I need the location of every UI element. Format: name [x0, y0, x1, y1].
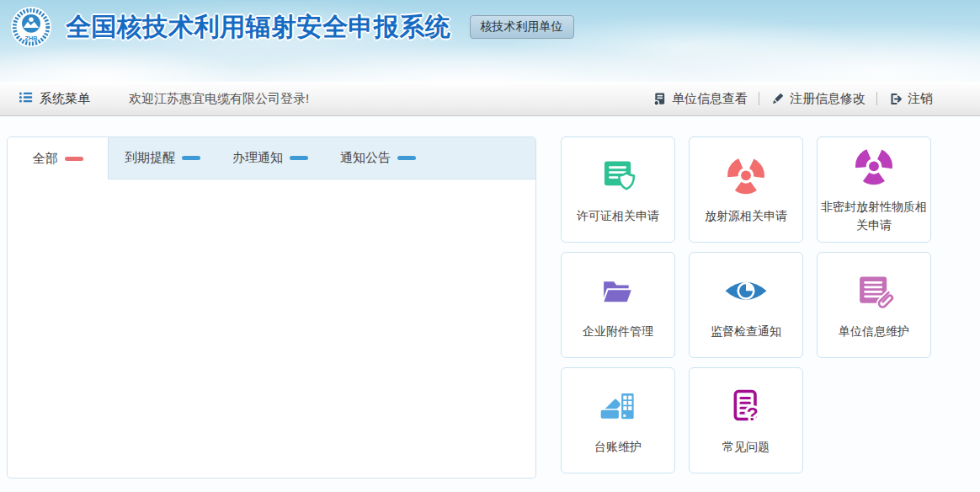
sky-header: ZHB 全国核技术利用辐射安全申报系统 核技术利用单位	[0, 0, 980, 82]
card-label: 单位信息维护	[839, 323, 909, 341]
tab-notice-announcement[interactable]: 通知公告	[324, 137, 432, 179]
environment-logo-icon: ZHB	[10, 6, 52, 48]
page-title: 全国核技术利用辐射安全申报系统	[66, 10, 451, 45]
card-ledger-maintenance[interactable]: 台账维护	[561, 367, 675, 473]
unit-info-icon	[652, 92, 667, 106]
ledger-icon	[595, 385, 641, 430]
svg-text:?: ?	[747, 403, 759, 425]
card-label: 常见问题	[722, 438, 770, 457]
card-label: 许可证相关申请	[577, 207, 659, 226]
role-badge: 核技术利用单位	[470, 15, 574, 39]
menu-link-label: 单位信息查看	[672, 91, 748, 107]
menu-link-register-info-edit[interactable]: 注册信息修改	[770, 91, 865, 107]
menu-link-logout[interactable]: 注销	[888, 91, 933, 107]
card-label: 非密封放射性物质相关申请	[820, 198, 928, 234]
menu-divider	[759, 92, 759, 105]
logo-text: ZHB	[25, 35, 38, 42]
menu-bar: 系统菜单 欢迎江苏惠宜电缆有限公司登录! 单位信息查看 注册信息修改 注销	[0, 82, 980, 116]
menu-link-label: 注册信息修改	[790, 91, 865, 107]
system-menu-button[interactable]: 系统菜单	[19, 90, 90, 107]
card-label: 台账维护	[594, 438, 642, 457]
menu-link-label: 注销	[908, 91, 933, 107]
menu-link-unit-info-view[interactable]: 单位信息查看	[652, 91, 748, 107]
tab-dash	[65, 157, 83, 161]
card-license-apply[interactable]: 许可证相关申请	[561, 136, 675, 243]
page: ZHB 全国核技术利用辐射安全申报系统 核技术利用单位 系统菜单 欢迎江苏惠宜电…	[0, 0, 980, 492]
doc-paperclip-icon	[851, 270, 897, 315]
card-unit-info-maintenance[interactable]: 单位信息维护	[817, 252, 931, 358]
card-label: 监督检查通知	[711, 323, 781, 341]
menu-links: 单位信息查看 注册信息修改 注销	[652, 91, 933, 107]
license-shield-icon	[595, 154, 641, 200]
edit-icon	[770, 92, 785, 106]
card-label: 企业附件管理	[583, 323, 653, 341]
tab-bar: 全部到期提醒办理通知通知公告	[8, 137, 535, 179]
eye-icon	[723, 270, 769, 315]
tab-dash	[182, 156, 200, 160]
card-label: 放射源相关申请	[705, 207, 787, 226]
welcome-text: 欢迎江苏惠宜电缆有限公司登录!	[129, 91, 309, 107]
card-unsealed-radioactive-material-apply[interactable]: 非密封放射性物质相关申请	[817, 136, 931, 243]
card-faq[interactable]: ? ?常见问题	[689, 367, 803, 473]
tab-dash	[397, 156, 416, 160]
card-radioactive-source-apply[interactable]: 放射源相关申请	[689, 136, 803, 243]
card-supervision-inspection-notice[interactable]: 监督检查通知	[689, 252, 803, 358]
radiation-icon	[851, 145, 897, 190]
tab-dash	[290, 156, 308, 160]
tab-label: 到期提醒	[125, 150, 175, 166]
faq-icon: ? ?	[723, 385, 769, 430]
system-menu-label: 系统菜单	[40, 91, 90, 107]
notice-panel: 全部到期提醒办理通知通知公告	[7, 136, 536, 479]
tab-all[interactable]: 全部	[8, 137, 109, 179]
menu-divider	[876, 92, 877, 105]
brand: ZHB 全国核技术利用辐射安全申报系统 核技术利用单位	[10, 4, 574, 50]
tab-processing-notice[interactable]: 办理通知	[216, 137, 324, 179]
tab-label: 通知公告	[340, 150, 391, 166]
function-card-grid: 许可证相关申请 放射源相关申请 非密封放射性物质相关申请 企业附件管理 监督检查…	[561, 136, 931, 473]
tab-expiry-reminder[interactable]: 到期提醒	[109, 137, 216, 179]
notice-content	[8, 179, 535, 479]
folder-icon	[595, 270, 641, 315]
card-enterprise-attachment-management[interactable]: 企业附件管理	[561, 252, 675, 358]
radiation-icon	[723, 154, 769, 200]
menu-list-icon	[19, 90, 33, 107]
tab-label: 全部	[33, 151, 58, 167]
logout-icon	[888, 92, 903, 106]
tab-label: 办理通知	[232, 150, 283, 166]
